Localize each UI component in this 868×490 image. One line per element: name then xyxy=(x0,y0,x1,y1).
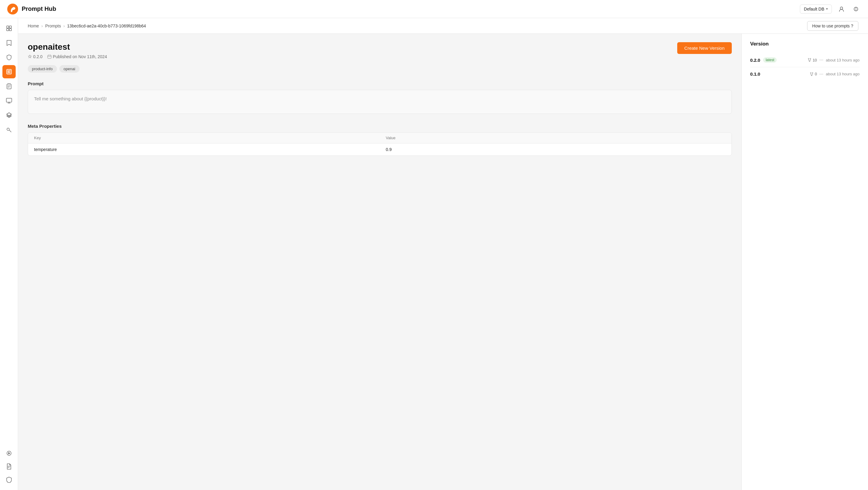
version-menu-0-2-0[interactable]: ··· xyxy=(819,58,824,62)
breadcrumb-home[interactable]: Home xyxy=(28,24,39,28)
page-content: openaitest 0.2.0 xyxy=(18,34,868,490)
meta-section-label: Meta Properties xyxy=(28,124,732,129)
sidebar-bottom xyxy=(2,447,16,486)
meta-value-temperature: 0.9 xyxy=(380,144,732,155)
breadcrumb-prompts[interactable]: Prompts xyxy=(45,24,61,28)
fork-icon xyxy=(807,58,812,62)
meta-col-key-header: Key xyxy=(28,132,380,143)
sidebar-item-shield2[interactable] xyxy=(2,473,16,486)
fork-icon-2 xyxy=(809,72,814,76)
sidebar-item-stack[interactable] xyxy=(2,109,16,122)
version-right-0-1-0: 0 ··· about 13 hours ago xyxy=(809,72,860,76)
version-left: 0.2.0 latest xyxy=(750,57,777,63)
meta-col-value-header: Value xyxy=(380,132,732,143)
prompt-meta: 0.2.0 Published on Nov 11th, 2024 xyxy=(28,54,107,59)
version-item-0-2-0: 0.2.0 latest 10 xyxy=(750,53,860,67)
calendar-icon xyxy=(47,55,52,59)
version-menu-0-1-0[interactable]: ··· xyxy=(819,72,824,76)
version-panel-heading: Version xyxy=(750,41,860,47)
svg-point-17 xyxy=(810,72,811,73)
version-count-icon: 10 xyxy=(807,58,817,62)
svg-rect-10 xyxy=(6,98,12,102)
version-num-0-2-0: 0.2.0 xyxy=(750,58,760,63)
header-left: Prompt Hub xyxy=(7,4,56,14)
db-selector-label: Default DB xyxy=(804,7,824,11)
sidebar xyxy=(0,18,18,490)
sidebar-item-prompts[interactable] xyxy=(2,65,16,78)
version-left-0-1-0: 0.1.0 xyxy=(750,71,760,76)
version-number: 0.2.0 xyxy=(33,54,42,59)
create-new-version-button[interactable]: Create New Version xyxy=(677,42,732,54)
sidebar-item-key[interactable] xyxy=(2,123,16,136)
breadcrumb-bar: Home › Prompts › 13bec6cd-ae2a-40cb-b773… xyxy=(18,18,868,34)
prompt-header: openaitest 0.2.0 xyxy=(28,42,732,59)
svg-rect-9 xyxy=(7,84,11,89)
header-right: Default DB ▾ xyxy=(800,4,861,14)
version-count-icon-0-1-0: 0 xyxy=(809,72,817,76)
right-panel: Version 0.2.0 latest xyxy=(741,34,868,490)
version-item-0-1-0: 0.1.0 0 ··· abou xyxy=(750,67,860,81)
tag-openai: openai xyxy=(59,65,80,73)
prompt-text: Tell me something about {{product}}! xyxy=(28,90,732,114)
version-count-0-2-0: 10 xyxy=(812,58,817,62)
main-panel: openaitest 0.2.0 xyxy=(18,34,741,490)
version-right-0-2-0: 10 ··· about 13 hours ago xyxy=(807,58,860,62)
svg-point-2 xyxy=(840,7,843,9)
logo-icon xyxy=(7,4,18,14)
breadcrumb-sep-2: › xyxy=(63,24,65,28)
svg-point-1 xyxy=(13,7,14,8)
tags: product-info openai xyxy=(28,65,732,73)
main-layout: Home › Prompts › 13bec6cd-ae2a-40cb-b773… xyxy=(0,18,868,490)
sidebar-item-grid[interactable] xyxy=(2,22,16,35)
version-badge: 0.2.0 xyxy=(28,54,42,59)
svg-rect-5 xyxy=(7,29,9,31)
sidebar-item-shield[interactable] xyxy=(2,51,16,64)
breadcrumb-sep-1: › xyxy=(41,24,43,28)
version-time-0-1-0: about 13 hours ago xyxy=(826,72,860,76)
version-num-0-1-0: 0.1.0 xyxy=(750,71,760,76)
svg-point-11 xyxy=(7,128,9,130)
tag-product-info: product-info xyxy=(28,65,57,73)
chevron-down-icon: ▾ xyxy=(826,7,828,11)
svg-point-18 xyxy=(812,72,813,73)
user-icon[interactable] xyxy=(837,4,846,14)
version-time-0-2-0: about 13 hours ago xyxy=(826,58,860,62)
sidebar-item-bookmark[interactable] xyxy=(2,36,16,50)
breadcrumb: Home › Prompts › 13bec6cd-ae2a-40cb-b773… xyxy=(28,24,146,28)
breadcrumb-current: 13bec6cd-ae2a-40cb-b773-1069fd198b64 xyxy=(67,24,146,28)
how-to-button[interactable]: How to use prompts ? xyxy=(807,21,858,31)
svg-point-15 xyxy=(810,58,811,59)
prompt-title: openaitest xyxy=(28,42,107,52)
meta-key-temperature: temperature xyxy=(28,144,380,155)
meta-table-header: Key Value xyxy=(28,132,732,144)
sidebar-item-clipboard[interactable] xyxy=(2,80,16,93)
prompt-info: openaitest 0.2.0 xyxy=(28,42,107,59)
sidebar-item-play[interactable] xyxy=(2,447,16,460)
meta-table: Key Value temperature 0.9 xyxy=(28,132,732,156)
svg-rect-13 xyxy=(48,55,51,58)
svg-rect-6 xyxy=(9,29,11,31)
meta-row-temperature: temperature 0.9 xyxy=(28,144,732,155)
svg-point-14 xyxy=(808,58,809,59)
theme-toggle-icon[interactable] xyxy=(851,4,861,14)
sidebar-item-monitor[interactable] xyxy=(2,94,16,107)
db-selector[interactable]: Default DB ▾ xyxy=(800,4,832,13)
version-icon xyxy=(28,55,32,59)
app-title: Prompt Hub xyxy=(22,5,56,12)
svg-rect-4 xyxy=(9,26,11,28)
content-area: Home › Prompts › 13bec6cd-ae2a-40cb-b773… xyxy=(18,18,868,490)
pub-date-text: Published on Nov 11th, 2024 xyxy=(53,54,107,59)
top-header: Prompt Hub Default DB ▾ xyxy=(0,0,868,18)
latest-badge: latest xyxy=(763,57,777,63)
sidebar-item-doc[interactable] xyxy=(2,460,16,473)
prompt-section-label: Prompt xyxy=(28,81,732,86)
pub-date: Published on Nov 11th, 2024 xyxy=(47,54,107,59)
svg-rect-3 xyxy=(7,26,9,28)
version-count-0-1-0: 0 xyxy=(815,72,817,76)
